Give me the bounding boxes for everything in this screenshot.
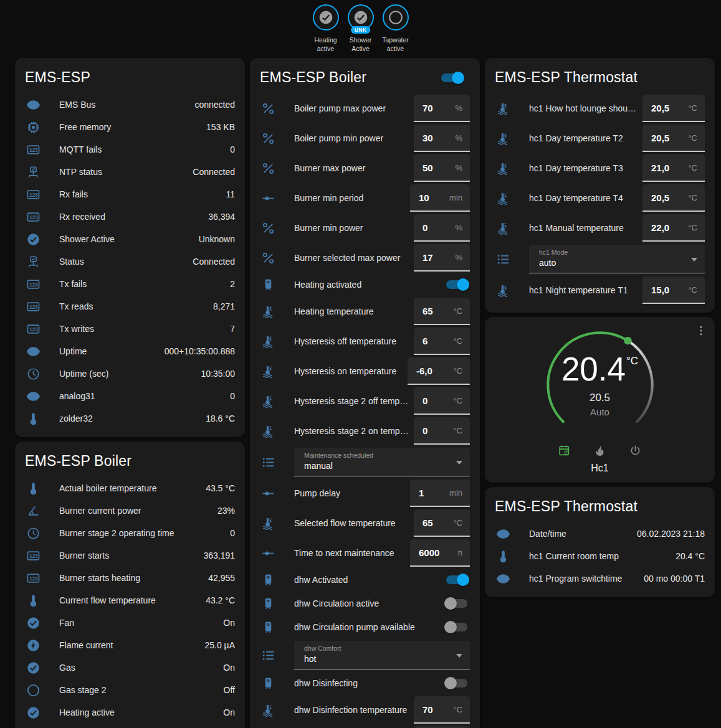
- row-actual-boiler-temperature[interactable]: Actual boiler temperature43.5 °C: [25, 477, 235, 499]
- select-maintenance-scheduled[interactable]: Maintenance scheduledmanual: [294, 448, 470, 476]
- badge-circle-shower-active[interactable]: UNK: [348, 4, 374, 31]
- clock-icon: [26, 526, 41, 541]
- entity-value: 8,271: [213, 301, 235, 311]
- entity-label: hc1 Manual temperature: [529, 223, 642, 233]
- row-gas-stage-2[interactable]: Gas stage 2Off: [25, 679, 235, 701]
- row-tx-writes[interactable]: 123Tx writes7: [25, 318, 235, 340]
- entity-label: dhw Activated: [294, 575, 446, 585]
- coolant-icon: [261, 703, 275, 717]
- row-hc1-program-switchtime[interactable]: hc1 Program switchtime00 mo 00:00 T1: [495, 567, 705, 590]
- row-boiler-pump-max-power: Boiler pump max power70%: [260, 93, 470, 123]
- row-rx-received[interactable]: 123Rx received36,394: [25, 206, 235, 228]
- row-zolder32[interactable]: zolder3218.6 °C: [25, 407, 235, 430]
- row-dhw-disinfection-temperature: dhw Disinfection temperature70°C: [260, 695, 470, 725]
- row-mqtt-fails[interactable]: 123MQTT fails0: [25, 138, 235, 161]
- toggle-dhw-disinfecting[interactable]: [446, 679, 467, 688]
- row-ntp-status[interactable]: NTP statusConnected: [25, 161, 235, 183]
- coolant-icon: [496, 283, 510, 298]
- toggle-dhw-activated[interactable]: [446, 575, 467, 584]
- row-burner-starts[interactable]: 123Burner starts363,191: [25, 544, 235, 567]
- calendar-icon[interactable]: [558, 444, 571, 457]
- boiler-icon: [261, 597, 275, 611]
- card-header-toggle[interactable]: [441, 73, 462, 82]
- entity-label: Rx fails: [59, 189, 226, 199]
- entity-label: Tx fails: [59, 279, 230, 289]
- select-hc1-mode[interactable]: hc1 Modeauto: [529, 245, 705, 273]
- fire-icon[interactable]: [593, 444, 606, 457]
- entity-value: Connected: [193, 257, 235, 267]
- entity-value: 10:35:00: [201, 369, 236, 379]
- badge-label: Heating active: [310, 35, 342, 53]
- row-tx-fails[interactable]: 123Tx fails2: [25, 273, 235, 295]
- number-input-burner-min-period[interactable]: 10min: [410, 184, 470, 212]
- number-input-hysteresis-stage-2-on-temp[interactable]: 0°C: [414, 417, 470, 445]
- power-icon[interactable]: [629, 444, 642, 457]
- row-rx-fails[interactable]: 123Rx fails11: [25, 183, 235, 206]
- select-value: auto: [539, 258, 686, 268]
- row-burner-current-power[interactable]: Burner current power23%: [25, 499, 235, 522]
- number-value: 65: [423, 518, 433, 528]
- number-input-hysteresis-off-temperature[interactable]: 6°C: [414, 328, 470, 355]
- svg-text:123: 123: [29, 305, 38, 310]
- number-input-hc1-day-temperature-t4[interactable]: 20,5°C: [642, 184, 705, 212]
- entity-value: 36,394: [208, 212, 235, 222]
- row-hysteresis-on-temperature: Hysteresis on temperature-6,0°C: [260, 356, 470, 386]
- badge-circle-tapwater-active[interactable]: [383, 4, 409, 31]
- select-dhw-comfort[interactable]: dhw Comforthot: [294, 641, 470, 669]
- row-hc1-day-temperature-t2: hc1 Day temperature T220,5°C: [495, 123, 705, 153]
- row-free-memory[interactable]: Free memory153 KB: [25, 116, 235, 138]
- dashboard-columns: EMS-ESPEMS BusconnectedFree memory153 KB…: [0, 57, 721, 728]
- number-input-hc1-night-temperature-t1[interactable]: 15,0°C: [642, 277, 705, 304]
- number-input-pump-delay[interactable]: 1min: [410, 480, 470, 507]
- number-unit: °C: [688, 285, 697, 295]
- toggle-heating-activated[interactable]: [446, 280, 467, 289]
- toggle-dhw-circulation-active[interactable]: [446, 599, 467, 608]
- row-ems-bus[interactable]: EMS Busconnected: [25, 93, 235, 116]
- row-uptime-sec[interactable]: Uptime (sec)10:35:00: [25, 362, 235, 385]
- row-tx-reads[interactable]: 123Tx reads8,271: [25, 295, 235, 318]
- percent-icon: [261, 251, 275, 265]
- number-input-burner-max-power[interactable]: 50%: [414, 154, 470, 182]
- row-flame-current[interactable]: Flame current25.0 µA: [25, 634, 235, 656]
- number-input-hc1-day-temperature-t2[interactable]: 20,5°C: [642, 125, 705, 152]
- entity-value: 153 KB: [206, 122, 235, 132]
- number-input-hc1-how-hot-lounge-should[interactable]: 20,5°C: [642, 95, 705, 122]
- row-shower-active[interactable]: Shower ActiveUnknown: [25, 228, 235, 250]
- row-gas[interactable]: GasOn: [25, 656, 235, 679]
- row-hc1-current-room-temp[interactable]: hc1 Current room temp20.4 °C: [495, 545, 705, 567]
- badge-circle-heating-active[interactable]: [313, 4, 339, 31]
- row-burner-starts-heating[interactable]: 123Burner starts heating42,955: [25, 567, 235, 589]
- number-input-selected-flow-temperature[interactable]: 65°C: [414, 509, 470, 537]
- entity-value: 20.4 °C: [676, 551, 705, 561]
- number-input-hysteresis-stage-2-off-temp[interactable]: 0°C: [414, 387, 470, 415]
- thermostat-dial[interactable]: 20.4°C20.5Auto: [543, 328, 657, 442]
- number-input-boiler-pump-max-power[interactable]: 70%: [414, 95, 470, 122]
- row-fan[interactable]: FanOn: [25, 612, 235, 634]
- number-input-hysteresis-on-temperature[interactable]: -6,0°C: [408, 357, 470, 385]
- toggle-dhw-circulation-pump-available[interactable]: [446, 623, 467, 631]
- coolant-icon: [496, 131, 510, 146]
- dots-vertical-icon[interactable]: [695, 324, 707, 337]
- number-value: 20,5: [651, 192, 669, 203]
- number-input-hc1-manual-temperature[interactable]: 22,0°C: [642, 214, 705, 242]
- row-current-flow-temperature[interactable]: Current flow temperature43.2 °C: [25, 589, 235, 612]
- row-heating-active[interactable]: Heating activeOn: [25, 701, 235, 724]
- svg-text:123: 123: [29, 215, 38, 220]
- row-date-time[interactable]: Date/time06.02.2023 21:18: [495, 522, 705, 545]
- percent-icon: [261, 102, 275, 116]
- entity-label: Uptime: [59, 346, 165, 356]
- number-input-time-to-next-maintenance[interactable]: 6000h: [410, 539, 470, 567]
- column-1: EMS-ESPEMS BusconnectedFree memory153 KB…: [15, 58, 245, 728]
- number-input-heating-temperature[interactable]: 65°C: [414, 298, 470, 325]
- row-analog31[interactable]: analog310: [25, 385, 235, 407]
- row-uptime[interactable]: Uptime000+10:35:00.888: [25, 340, 235, 362]
- number-input-burner-selected-max-power[interactable]: 17%: [414, 244, 470, 272]
- row-status[interactable]: StatusConnected: [25, 250, 235, 273]
- number-input-burner-min-power[interactable]: 0%: [414, 214, 470, 242]
- card-title: EMS-ESP Boiler: [260, 69, 366, 86]
- row-burner-stage-2-operating-time[interactable]: Burner stage 2 operating time0: [25, 522, 235, 544]
- row-heating-pump[interactable]: Heating pumpOn: [25, 724, 235, 728]
- number-input-hc1-day-temperature-t3[interactable]: 21,0°C: [642, 154, 705, 182]
- number-input-boiler-pump-min-power[interactable]: 30%: [414, 125, 470, 152]
- number-input-dhw-disinfection-temperature[interactable]: 70°C: [414, 696, 470, 724]
